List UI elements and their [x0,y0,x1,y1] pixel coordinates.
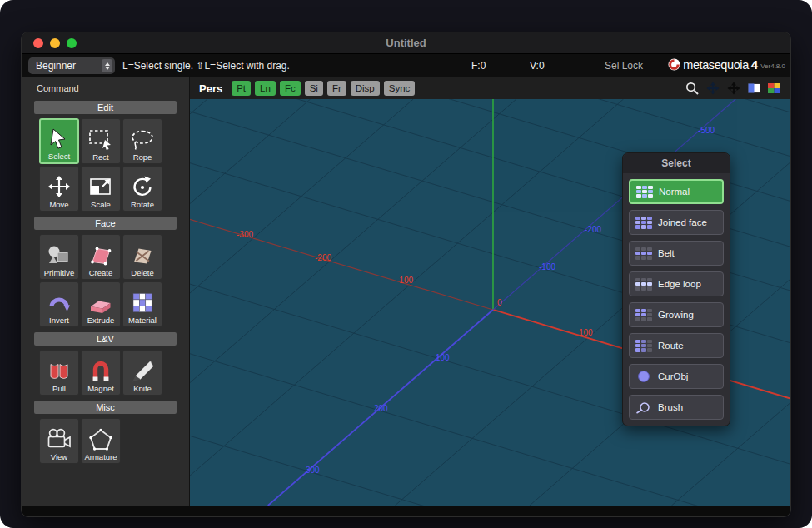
viewport-canvas[interactable]: -300 -200 -100 0 100 -500 -200 -100 100 … [190,99,790,506]
toggle-faces[interactable]: Fc [280,81,301,96]
section-header-lv: L&V [34,332,177,346]
titlebar: Untitled [22,32,790,54]
brand-version: Ver4.8.0 [760,62,785,72]
close-button[interactable] [33,38,43,48]
toggle-disp[interactable]: Disp [351,81,380,96]
toggle-sync[interactable]: Sync [384,81,416,96]
brand-name: metasequoia [683,58,749,72]
select-mode-belt[interactable]: Belt [629,241,724,266]
magnet-icon [86,359,116,384]
delete-face-icon [127,243,157,268]
pan-view-icon[interactable] [727,82,740,95]
tool-rotate[interactable]: Rotate [122,166,162,212]
view-mode-label[interactable]: Pers [199,82,222,95]
rope-lasso-icon [127,127,157,152]
tool-delete[interactable]: Delete [122,234,162,280]
section-header-face: Face [34,217,177,230]
tool-armature[interactable]: Armature [81,418,121,464]
select-mode-curobj[interactable]: CurObj [629,364,724,389]
x-axis-tick: -300 [237,231,253,239]
grid-pattern-icon [635,278,652,291]
toggle-points[interactable]: Pt [232,81,251,96]
armature-pentagon-icon [86,427,116,452]
tool-view[interactable]: View [39,418,79,464]
rotate-view-icon[interactable] [706,82,720,95]
toggle-si[interactable]: Si [305,81,323,96]
z-axis-tick: 300 [306,466,320,475]
desktop-background: Untitled Beginner L=Select single. ⇧L=Se… [0,0,812,528]
section-header-misc: Misc [34,401,177,414]
command-panel-title: Command [22,81,189,97]
viewport-toolbar: Pers Pt Ln Fc Si Fr Disp Sync [190,77,790,99]
z-axis-tick: 200 [374,405,388,413]
zoom-window-button[interactable] [67,38,77,48]
tool-scale[interactable]: Scale [81,166,121,212]
sel-lock-toggle[interactable]: Sel Lock [605,60,643,72]
knife-icon [127,359,157,384]
chevron-up-down-icon [102,59,112,72]
z-axis-tick: -200 [585,226,601,234]
tool-invert[interactable]: Invert [39,281,79,327]
view-layout-icon[interactable] [748,83,760,93]
x-axis-tick: -200 [315,254,331,262]
viewport: Pers Pt Ln Fc Si Fr Disp Sync [190,77,790,506]
sphere-icon [635,371,652,383]
x-axis-negative-line [190,219,493,310]
tool-create[interactable]: Create [81,234,121,280]
toggle-lines[interactable]: Ln [255,81,276,96]
grid-pattern-icon [635,247,652,260]
window-title: Untitled [22,37,790,49]
create-face-icon [86,243,116,268]
select-mode-normal[interactable]: Normal [629,179,724,204]
tool-rope[interactable]: Rope [122,118,162,164]
grid-pattern-icon [635,217,652,229]
select-subpanel-header[interactable]: Select [623,153,730,173]
app-logo: metasequoia4 Ver4.8.0 [668,57,785,72]
tool-material[interactable]: Material [122,281,162,327]
tool-select[interactable]: Select [39,118,79,164]
tool-pull[interactable]: Pull [39,350,79,396]
tool-primitive[interactable]: Primitive [39,234,79,280]
grid-pattern-icon [635,340,652,352]
move-arrows-icon [44,175,74,200]
tool-magnet[interactable]: Magnet [81,350,121,396]
zoom-icon[interactable] [685,82,699,95]
origin-tick: 0 [497,299,502,307]
brush-lasso-icon [635,401,652,414]
brand-number: 4 [751,57,758,72]
grid-pattern-icon [635,309,652,321]
pull-icon [44,359,74,384]
select-mode-growing[interactable]: Growing [629,302,724,327]
tool-knife[interactable]: Knife [122,350,162,396]
mode-select[interactable]: Beginner [28,57,115,74]
window-controls [33,38,77,48]
section-header-edit: Edit [34,101,177,114]
select-mode-route[interactable]: Route [629,333,724,358]
palette-icon[interactable] [768,83,780,93]
extrude-icon [86,291,116,316]
rect-select-icon [86,127,116,152]
rotate-icon [127,175,157,200]
toggle-fr[interactable]: Fr [327,81,346,96]
minimize-button[interactable] [50,38,60,48]
status-strip [22,506,790,516]
select-mode-edge-loop[interactable]: Edge loop [629,271,724,296]
scale-icon [86,175,116,200]
mode-select-value: Beginner [36,60,76,72]
face-count: F:0 [471,60,486,72]
x-axis-tick: -100 [396,276,413,285]
tool-rect[interactable]: Rect [81,118,121,164]
tool-move[interactable]: Move [39,166,79,212]
command-panel: Command Edit Select Rect Rope [22,77,190,506]
select-mode-joined-face[interactable]: Joined face [629,210,724,235]
hint-text: L=Select single. ⇧L=Select with drag. [122,60,290,72]
select-mode-brush[interactable]: Brush [629,395,724,420]
z-axis-tick: 100 [436,354,450,362]
primitive-shapes-icon [44,243,74,268]
tool-extrude[interactable]: Extrude [81,281,121,327]
metasequoia-logo-icon [668,58,680,71]
vertex-count: V:0 [530,60,545,72]
z-axis-tick: -100 [539,263,555,271]
app-window: Untitled Beginner L=Select single. ⇧L=Se… [21,32,791,517]
z-axis-tick: -500 [698,127,715,135]
